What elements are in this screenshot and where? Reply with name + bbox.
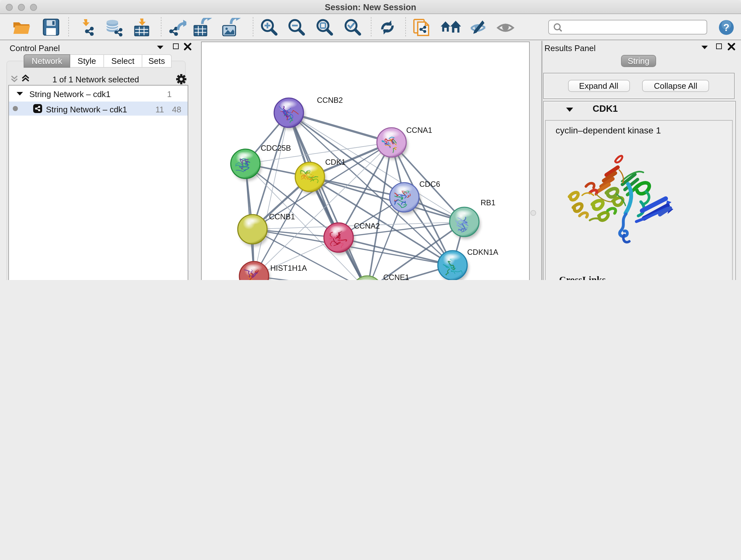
svg-text:CCNE1: CCNE1 (383, 273, 409, 280)
svg-text:CCNA2: CCNA2 (354, 221, 380, 230)
svg-text:CDC25B: CDC25B (261, 143, 291, 152)
svg-text:CCNB2: CCNB2 (317, 96, 343, 104)
svg-text:RB1: RB1 (481, 198, 495, 206)
svg-text:?: ? (723, 22, 730, 33)
svg-text:CDK1: CDK1 (325, 158, 346, 166)
svg-text:CCNB1: CCNB1 (269, 212, 295, 221)
svg-text:CCNA1: CCNA1 (406, 125, 432, 134)
svg-text:CDKN1A: CDKN1A (467, 247, 498, 256)
svg-text:HIST1H1A: HIST1H1A (270, 263, 307, 272)
svg-text:CDC6: CDC6 (419, 179, 440, 188)
